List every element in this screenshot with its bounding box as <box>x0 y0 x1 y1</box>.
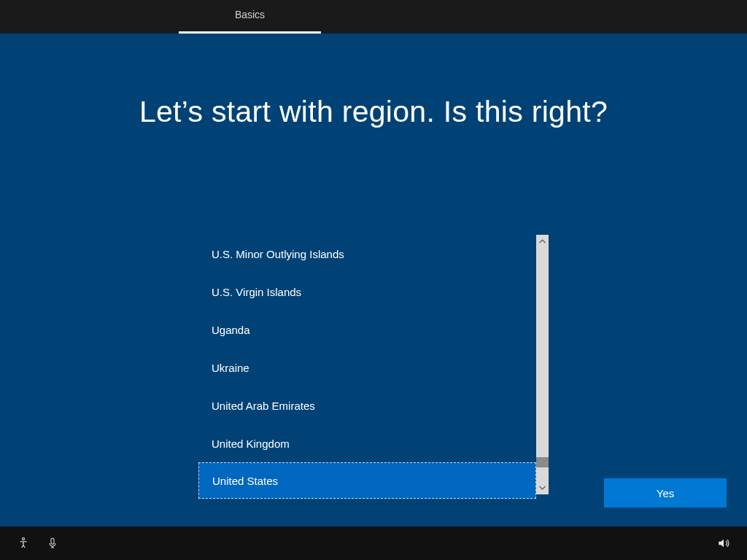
list-item[interactable]: U.S. Minor Outlying Islands <box>198 235 536 273</box>
list-item-label: United Arab Emirates <box>212 400 315 412</box>
list-item-label: Uganda <box>212 324 250 336</box>
scroll-up-arrow[interactable] <box>536 235 549 248</box>
svg-rect-1 <box>51 538 54 544</box>
list-item[interactable]: United Arab Emirates <box>198 386 536 424</box>
list-item-label: United Kingdom <box>212 438 290 450</box>
tab-label: Basics <box>235 9 265 20</box>
region-listbox[interactable]: U.S. Minor Outlying IslandsU.S. Virgin I… <box>198 235 536 494</box>
svg-point-0 <box>23 538 25 540</box>
top-bar: Basics <box>0 0 747 34</box>
accessibility-icon[interactable] <box>9 529 38 558</box>
spacer <box>0 0 179 34</box>
list-item[interactable]: U.S. Virgin Islands <box>198 273 536 311</box>
list-item-label: Ukraine <box>212 362 249 374</box>
list-item[interactable]: United Kingdom <box>198 424 536 462</box>
list-item[interactable]: Uganda <box>198 311 536 349</box>
scrollbar-thumb[interactable] <box>536 457 549 467</box>
region-list-container: U.S. Minor Outlying IslandsU.S. Virgin I… <box>198 235 549 494</box>
list-item-label: United States <box>212 475 278 487</box>
list-item-label: U.S. Virgin Islands <box>212 286 301 298</box>
list-item[interactable]: Ukraine <box>198 349 536 386</box>
bottom-bar <box>0 526 747 560</box>
main-content: Let’s start with region. Is this right? … <box>0 34 747 526</box>
list-item[interactable]: United States <box>198 462 536 499</box>
scrollbar[interactable] <box>536 235 549 494</box>
yes-button-label: Yes <box>657 487 674 499</box>
microphone-icon[interactable] <box>38 529 67 558</box>
scroll-down-arrow[interactable] <box>536 481 549 494</box>
list-item-label: U.S. Minor Outlying Islands <box>212 248 344 260</box>
volume-icon[interactable] <box>709 529 738 558</box>
yes-button[interactable]: Yes <box>604 478 727 508</box>
page-title: Let’s start with region. Is this right? <box>0 34 747 129</box>
tab-basics[interactable]: Basics <box>179 0 321 34</box>
